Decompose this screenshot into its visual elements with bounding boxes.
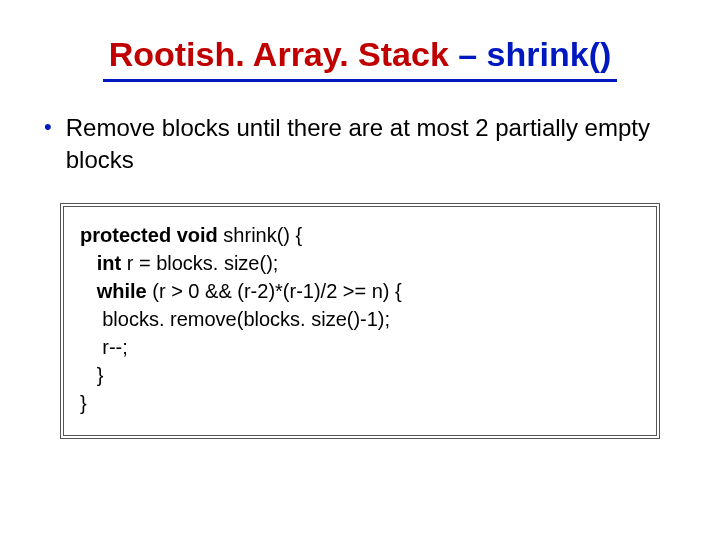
code-box-outer: protected void shrink() { int r = blocks… <box>60 203 660 439</box>
bullet-text: Remove blocks until there are at most 2 … <box>66 112 680 177</box>
title-sep: – <box>449 35 487 73</box>
code-line-7: } <box>80 389 640 417</box>
code-l2-rest: r = blocks. size(); <box>127 252 279 274</box>
bullet-dot-icon: • <box>44 112 52 142</box>
kw-while: while <box>97 280 153 302</box>
code-l3-rest: (r > 0 && (r-2)*(r-1)/2 >= n) { <box>152 280 402 302</box>
code-line-6: } <box>80 361 640 389</box>
code-line-3: while (r > 0 && (r-2)*(r-1)/2 >= n) { <box>80 277 640 305</box>
slide-title: Rootish. Array. Stack – shrink() <box>70 34 650 82</box>
code-line-2: int r = blocks. size(); <box>80 249 640 277</box>
code-l1-rest: shrink() { <box>223 224 302 246</box>
code-box-inner: protected void shrink() { int r = blocks… <box>63 206 657 436</box>
code-line-4: blocks. remove(blocks. size()-1); <box>80 305 640 333</box>
code-l3-indent <box>80 280 97 302</box>
title-part-blue: shrink() <box>487 35 612 73</box>
slide: Rootish. Array. Stack – shrink() • Remov… <box>0 0 720 540</box>
code-l2-indent <box>80 252 97 274</box>
bullet-item: • Remove blocks until there are at most … <box>44 112 680 177</box>
kw-protected-void: protected void <box>80 224 223 246</box>
code-line-5: r--; <box>80 333 640 361</box>
title-underline: Rootish. Array. Stack – shrink() <box>103 34 618 82</box>
kw-int: int <box>97 252 127 274</box>
code-line-1: protected void shrink() { <box>80 221 640 249</box>
title-part-red: Rootish. Array. Stack <box>109 35 449 73</box>
